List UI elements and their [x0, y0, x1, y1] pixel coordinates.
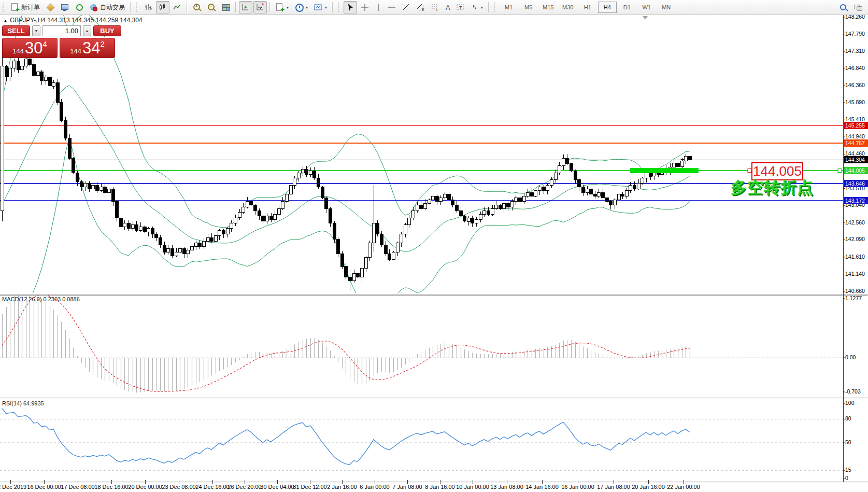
autotrading-icon [90, 3, 98, 11]
fibonacci-tool-button[interactable]: F [429, 1, 442, 13]
timeframe-w1[interactable]: W1 [637, 2, 656, 13]
price-tick-label: 147.310 [845, 48, 868, 54]
text-label-tool-button[interactable]: T [454, 1, 467, 13]
timeframe-m30[interactable]: M30 [559, 2, 577, 13]
rsi-scale-label: 80 [845, 415, 868, 421]
bar-chart-button[interactable] [141, 1, 155, 13]
price-tick-label: 141.610 [845, 254, 868, 260]
indicators-icon: + [276, 3, 284, 11]
auto-scroll-button[interactable] [239, 1, 252, 13]
macd-scale-label: 1.1277 [845, 295, 868, 301]
price-marker-143.172: 143.172 [844, 197, 868, 204]
timeframe-mn[interactable]: MN [657, 2, 676, 13]
timeframe-m1[interactable]: M1 [500, 2, 518, 13]
chart-title-text: GBPJPY-,H4 144.313 144.345 144.259 144.3… [10, 17, 143, 24]
svg-text:T: T [459, 5, 462, 10]
price-marker-145.255: 145.255 [844, 122, 868, 129]
rsi-scale-label: 15 [845, 467, 868, 473]
buy-price-pips: 34 [82, 40, 100, 56]
buy-price-display[interactable]: 144342 [60, 38, 115, 58]
rsi-indicator-label: RSI(14) 64.9935 [2, 400, 44, 406]
trendline-tool-button[interactable] [400, 1, 413, 13]
indicators-button[interactable]: +▾ [273, 1, 291, 13]
candlestick-chart-button[interactable] [156, 1, 169, 13]
volume-decrease-button[interactable]: ▼ [32, 25, 40, 36]
vertical-line-tool-button[interactable] [373, 1, 384, 13]
periods-button[interactable]: ▾ [292, 1, 310, 13]
new-order-button[interactable]: + 新订单 [8, 1, 42, 13]
separator [187, 2, 188, 12]
line-chart-button[interactable] [170, 1, 184, 13]
volume-input[interactable] [42, 25, 81, 36]
arrows-tool-button[interactable]: ▾ [468, 1, 486, 13]
chart-shift-button[interactable] [253, 1, 267, 13]
crosshair-tool-button[interactable] [358, 1, 372, 13]
chart-canvas[interactable] [0, 0, 868, 492]
channel-tool-button[interactable]: E [414, 1, 428, 13]
text-label-icon: T [457, 3, 465, 11]
sell-button[interactable]: SELL [2, 25, 30, 36]
price-tick-label: 146.840 [845, 65, 868, 71]
timeframe-d1[interactable]: D1 [618, 2, 636, 13]
tile-windows-icon [222, 3, 230, 11]
price-tick-label: 145.890 [845, 99, 868, 105]
toolbar-grip[interactable] [3, 3, 6, 12]
bar-chart-icon [144, 3, 152, 11]
data-window-button[interactable] [73, 1, 86, 13]
zoom-out-button[interactable]: − [205, 1, 218, 13]
horizontal-line-icon [388, 3, 396, 11]
trendline-icon [402, 3, 410, 11]
collapse-panel-icon[interactable]: ▲ [3, 18, 8, 23]
time-tick-label: 14 Jan 16:00 [521, 484, 563, 490]
equidistant-channel-icon: E [417, 3, 425, 11]
price-marker-144.005: 144.005 [844, 167, 868, 174]
buy-price-integer: 144 [70, 47, 81, 55]
timeframe-m15[interactable]: M15 [539, 2, 558, 13]
templates-button[interactable]: ▾ [311, 1, 330, 13]
market-watch-button[interactable] [58, 1, 72, 13]
toolbar-grip[interactable] [494, 3, 497, 12]
separator [130, 2, 131, 12]
profile-button[interactable] [44, 1, 57, 13]
time-tick-label: 16 Jan 00:00 [557, 484, 599, 490]
time-tick-label: 22 Jan 00:00 [663, 484, 704, 490]
volume-increase-button[interactable]: ▲ [83, 25, 91, 36]
rsi-scale-label: 50 [845, 439, 868, 445]
buy-button[interactable]: BUY [93, 25, 121, 36]
fibonacci-icon: F [431, 3, 439, 11]
timeframe-group: M1M5M15M30H1H4D1W1MN [499, 2, 676, 13]
timeframe-h1[interactable]: H1 [578, 2, 597, 13]
cursor-tool-button[interactable] [344, 1, 357, 13]
text-tool-button[interactable]: A [443, 1, 453, 13]
svg-text:E: E [422, 8, 424, 11]
mt4-window: + 新订单 自动交易 + − [0, 0, 868, 492]
timeframe-h4[interactable]: H4 [598, 2, 617, 13]
price-tick-label: 147.790 [845, 31, 868, 37]
templates-icon [314, 3, 322, 11]
auto-scroll-icon [241, 3, 250, 11]
search-button[interactable] [837, 1, 850, 13]
profile-icon [46, 3, 54, 11]
new-order-label: 新订单 [21, 3, 40, 12]
tile-windows-button[interactable] [219, 1, 233, 13]
toolbar-grip[interactable] [338, 3, 341, 12]
zoom-in-button[interactable]: + [190, 1, 204, 13]
separator [332, 2, 333, 12]
chart-title: ▲GBPJPY-,H4 144.313 144.345 144.259 144.… [3, 17, 143, 24]
toolbar-grip[interactable] [136, 3, 139, 12]
chat-button[interactable] [851, 1, 865, 13]
autotrading-button[interactable]: 自动交易 [87, 1, 127, 13]
periods-clock-icon [295, 3, 303, 11]
svg-text:F: F [436, 8, 438, 11]
zoom-out-icon: − [207, 3, 216, 11]
turning-point-annotation[interactable]: 多空转折点 [731, 177, 814, 199]
chart-shift-marker[interactable] [643, 16, 648, 20]
toolbar: + 新订单 自动交易 + − [0, 0, 868, 15]
plus-marker: + [680, 156, 685, 163]
new-order-icon: + [11, 3, 19, 11]
timeframe-m5[interactable]: M5 [519, 2, 538, 13]
one-click-trade-panel: SELL ▼ ▲ BUY 144304 144342 [2, 25, 113, 58]
price-tick-label: 140.660 [845, 288, 868, 294]
sell-price-display[interactable]: 144304 [2, 38, 58, 58]
horizontal-line-tool-button[interactable] [385, 1, 399, 13]
